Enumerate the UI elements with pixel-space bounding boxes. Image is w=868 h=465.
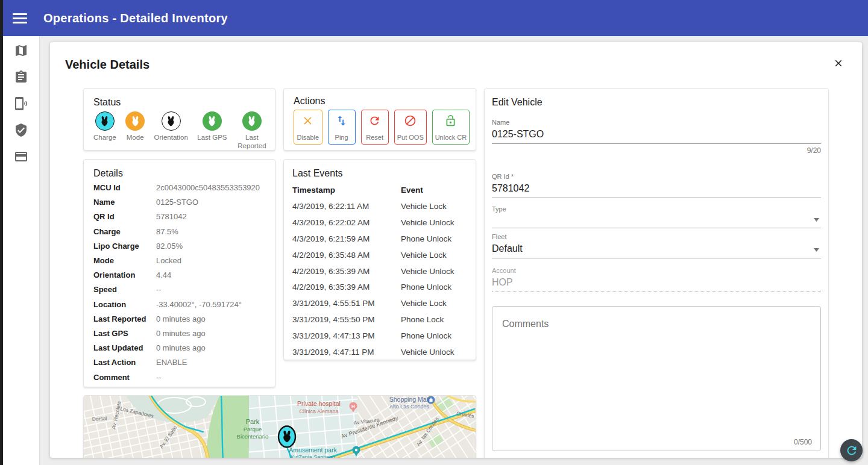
mode-bunny-icon — [125, 111, 145, 131]
comments-input[interactable] — [502, 319, 812, 436]
hamburger-menu-icon[interactable] — [13, 13, 27, 23]
payment-card-icon[interactable] — [14, 149, 28, 164]
last-events-title: Last Events — [292, 168, 468, 179]
unlock-cr-button[interactable]: Unlock CR — [432, 110, 470, 145]
name-input[interactable] — [492, 129, 821, 144]
map-label: Alto Las Condes — [389, 404, 430, 410]
event-row: 4/3/2019, 6:21:59 AMPhone Unlock — [292, 231, 468, 248]
qr-id-input[interactable] — [492, 183, 821, 198]
status-last-reported: Last Reported — [236, 111, 268, 151]
svg-text:H: H — [351, 404, 355, 409]
map-label: Park — [246, 418, 260, 425]
detail-row: Speed-- — [93, 282, 266, 297]
edit-vehicle-title: Edit Vehicle — [492, 97, 821, 108]
close-icon[interactable] — [833, 58, 844, 69]
vehicle-bunny-marker[interactable] — [278, 426, 295, 448]
map-label: Parque — [244, 426, 262, 432]
event-row: 3/31/2019, 4:55:51 PMVehicle Lock — [292, 296, 468, 312]
name-char-counter: 9/20 — [492, 146, 821, 155]
swap-vertical-icon — [335, 114, 348, 127]
map-label: Private hospital — [297, 400, 341, 407]
detail-row: Location-33.40002°, -70.591724° — [93, 298, 266, 312]
block-icon — [404, 114, 417, 127]
event-row: 4/2/2019, 6:35:39 AMPhone Unlock — [292, 279, 468, 296]
actions-title: Actions — [294, 96, 470, 107]
screen-edge — [0, 0, 3, 465]
event-row: 4/2/2019, 6:35:39 AMVehicle Unlock — [292, 264, 468, 280]
detail-row: Lipo Charge82.05% — [93, 239, 266, 254]
sidebar — [3, 36, 40, 465]
detail-row: MCU Id2c0043000c50483553353920 — [93, 181, 266, 195]
detail-row: Comment-- — [93, 370, 266, 385]
detail-row: Last GPS0 minutes ago — [93, 326, 266, 341]
close-x-icon — [301, 114, 314, 127]
events-table: TimestampEvent 4/3/2019, 6:22:11 AMVehic… — [292, 183, 468, 360]
put-oos-button[interactable]: Put OOS — [394, 110, 427, 145]
detail-row: Last Updated0 minutes ago — [93, 341, 266, 355]
lock-open-icon — [444, 114, 457, 127]
event-row: 3/31/2019, 4:55:50 PMPhone Lock — [292, 312, 468, 328]
events-header-row: TimestampEvent — [292, 183, 468, 199]
reset-button[interactable]: Reset — [361, 110, 389, 145]
detail-row: Name0125-STGO — [93, 195, 266, 210]
map-label: Clínica Alemana — [299, 408, 338, 414]
event-row: 3/31/2019, 4:47:11 PMVehicle Unlock — [292, 345, 468, 360]
last-events-card: Last Events TimestampEvent 4/3/2019, 6:2… — [283, 159, 476, 360]
status-orientation: Orientation — [154, 111, 188, 151]
disable-button[interactable]: Disable — [294, 110, 322, 145]
edit-vehicle-card: Edit Vehicle Name 9/20 QR Id * Type Fle — [484, 88, 829, 458]
comments-box: 0/500 — [492, 306, 821, 451]
verified-user-icon[interactable] — [14, 123, 28, 137]
map-icon[interactable] — [14, 43, 28, 58]
details-card: Details MCU Id2c0043000c50483553353920 N… — [83, 159, 275, 387]
status-last-gps: Last GPS — [197, 111, 227, 151]
refresh-fab[interactable] — [840, 439, 863, 461]
chevron-down-icon[interactable] — [814, 218, 819, 222]
qr-id-field: QR Id * — [492, 173, 821, 198]
app-title: Operations - Detailed Inventory — [43, 11, 228, 25]
comments-char-counter: 0/500 — [794, 438, 812, 446]
app-header: Operations - Detailed Inventory — [0, 0, 868, 36]
assignment-icon[interactable] — [14, 70, 28, 84]
type-select[interactable]: Type — [492, 205, 821, 228]
map-label: KidZania Santiago — [291, 454, 335, 458]
details-title: Details — [93, 168, 266, 179]
ping-button[interactable]: Ping — [328, 110, 356, 145]
map-label: Dorsal — [92, 415, 107, 422]
account-field: Account HOP — [492, 267, 821, 292]
last-gps-bunny-icon — [203, 111, 222, 131]
detail-row: ModeLocked — [93, 254, 266, 268]
fleet-select[interactable]: Fleet Default — [492, 233, 821, 258]
refresh-icon — [368, 114, 381, 127]
event-row: 3/31/2019, 4:47:13 PMPhone Unlock — [292, 328, 468, 345]
map-label: Amusement park — [289, 446, 337, 454]
event-row: 4/2/2019, 6:35:48 AMVehicle Lock — [292, 248, 468, 264]
phonelink-ring-icon[interactable] — [14, 96, 28, 111]
detail-row: Last Reported0 minutes ago — [93, 312, 266, 326]
status-card: Status Charge Mode — [83, 88, 275, 151]
vehicle-location-map[interactable]: H — [83, 395, 476, 458]
status-mode: Mode — [125, 111, 145, 151]
vehicle-details-panel: Vehicle Details Status Charge — [50, 42, 862, 458]
detail-row: Last ActionENABLE — [93, 355, 266, 370]
map-label: Bicentenario — [237, 433, 269, 440]
orientation-bunny-icon — [162, 111, 181, 131]
name-field: Name 9/20 — [492, 119, 821, 155]
detail-row: Charge87.5% — [93, 225, 266, 239]
status-title: Status — [93, 97, 268, 108]
chevron-down-icon[interactable] — [814, 248, 819, 252]
event-row: 4/3/2019, 6:22:11 AMVehicle Lock — [292, 199, 468, 215]
detail-row: QR Id5781042 — [93, 210, 266, 224]
last-reported-bunny-icon — [242, 111, 262, 131]
detail-row: Orientation4.44 — [93, 268, 266, 282]
page-title: Vehicle Details — [65, 58, 149, 71]
map-label: Shopping Mall — [389, 396, 430, 403]
event-row: 4/3/2019, 6:22:02 AMVehicle Unlock — [292, 215, 468, 231]
actions-card: Actions Disable Ping — [283, 88, 476, 151]
status-charge: Charge — [93, 111, 116, 151]
refresh-icon — [845, 444, 858, 457]
charge-bunny-icon — [95, 111, 115, 131]
